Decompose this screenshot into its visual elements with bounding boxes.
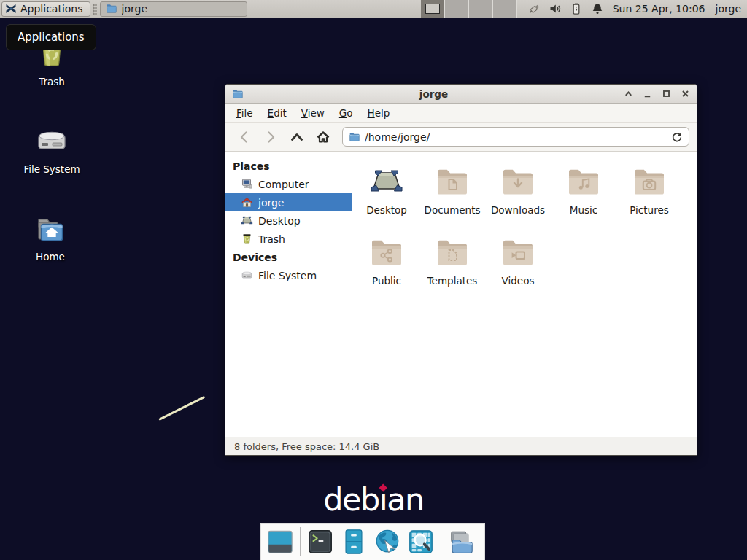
- sidebar-item-desktop[interactable]: Desktop: [225, 211, 352, 230]
- sidebar-header-places: Places: [225, 157, 352, 175]
- toolbar: [225, 122, 697, 152]
- window-folder-icon: [232, 88, 244, 100]
- file-item-label: Public: [372, 275, 401, 287]
- home-folder-icon: [33, 211, 68, 246]
- file-item-music[interactable]: Music: [551, 158, 616, 228]
- home-button[interactable]: [311, 127, 335, 147]
- top-panel: Applications jorge Sun 25 Apr, 10:06 jor…: [0, 0, 747, 18]
- location-bar: [342, 127, 689, 147]
- pictures-folder-icon: [632, 164, 667, 199]
- sidebar-item-trash[interactable]: Trash: [225, 230, 352, 248]
- sidebar: PlacesComputerjorgeDesktopTrashDevicesFi…: [225, 152, 352, 437]
- dock-panel: [260, 523, 485, 560]
- up-button[interactable]: [285, 127, 309, 147]
- file-item-desktop[interactable]: Desktop: [354, 158, 419, 228]
- menu-file[interactable]: File: [229, 105, 260, 121]
- documents-folder-icon: [435, 164, 470, 199]
- up-icon: [290, 130, 304, 144]
- cursor-trail-line: [158, 396, 205, 421]
- sidebar-item-computer[interactable]: Computer: [225, 175, 352, 193]
- dock-show-desktop-icon[interactable]: [266, 528, 294, 556]
- sidebar-header-devices: Devices: [225, 248, 352, 266]
- home-icon: [241, 196, 253, 209]
- menu-edit[interactable]: Edit: [260, 105, 294, 121]
- menubar: FileEditViewGoHelp: [225, 104, 697, 122]
- dock-directory-menu-icon[interactable]: [447, 528, 475, 556]
- menu-view[interactable]: View: [294, 105, 332, 121]
- downloads-folder-icon: [500, 164, 535, 199]
- file-item-label: Videos: [502, 275, 535, 287]
- applications-label: Applications: [20, 3, 83, 15]
- back-icon: [237, 130, 252, 144]
- file-item-label: Desktop: [366, 204, 407, 216]
- file-item-videos[interactable]: Videos: [485, 228, 551, 299]
- workspace-4[interactable]: [493, 0, 517, 18]
- file-item-label: Downloads: [491, 204, 545, 216]
- templates-folder-icon: [435, 235, 470, 270]
- panel-clock[interactable]: Sun 25 Apr, 10:06: [613, 3, 705, 15]
- workspace-1[interactable]: [421, 0, 445, 18]
- sidebar-item-jorge[interactable]: jorge: [225, 193, 352, 211]
- trash-icon: [241, 233, 253, 245]
- sidebar-item-file-system[interactable]: File System: [225, 266, 352, 284]
- location-folder-icon: [349, 131, 360, 143]
- dock-web-browser-icon[interactable]: [374, 528, 401, 556]
- file-item-downloads[interactable]: Downloads: [485, 158, 551, 228]
- panel-user-button[interactable]: jorge: [716, 3, 741, 15]
- applications-menu-button[interactable]: Applications: [1, 1, 90, 17]
- back-button[interactable]: [233, 127, 256, 147]
- shade-window-button[interactable]: [624, 89, 633, 98]
- debian-logo: debıan: [323, 481, 424, 518]
- dock-separator: [300, 527, 301, 556]
- window-content: PlacesComputerjorgeDesktopTrashDevicesFi…: [225, 152, 697, 437]
- dock-app-finder-icon[interactable]: [407, 528, 435, 556]
- desktop-icon-label: Home: [19, 251, 82, 262]
- desktop-icon-label: File System: [20, 163, 83, 175]
- dock-file-manager-icon[interactable]: [340, 528, 368, 556]
- close-window-button[interactable]: [681, 89, 690, 98]
- desktop-root: { "panel": { "applications_label": "Appl…: [0, 0, 747, 560]
- dock-separator: [441, 527, 441, 556]
- folder-icon: [106, 3, 117, 15]
- desktop-icon-label: Trash: [20, 76, 83, 88]
- taskbar: jorge: [97, 1, 247, 17]
- maximize-window-button[interactable]: [662, 89, 671, 98]
- filesystem-icon: [241, 269, 253, 281]
- home-toolbar-icon: [316, 130, 330, 144]
- notifications-icon[interactable]: [591, 2, 604, 15]
- window-buttons: [624, 89, 690, 98]
- file-item-label: Templates: [427, 275, 478, 287]
- forward-button[interactable]: [259, 127, 282, 147]
- reload-button[interactable]: [671, 131, 683, 143]
- public-folder-icon: [369, 235, 404, 270]
- menu-help[interactable]: Help: [360, 105, 398, 121]
- desktop-icon-home[interactable]: Home: [19, 211, 82, 262]
- workspace-3[interactable]: [469, 0, 493, 18]
- minimize-window-button[interactable]: [643, 89, 652, 98]
- system-tray: [527, 2, 604, 15]
- forward-icon: [263, 130, 278, 144]
- volume-icon[interactable]: [549, 2, 562, 15]
- workspace-window-preview: [425, 4, 440, 14]
- window-title: jorge: [248, 88, 619, 100]
- file-item-documents[interactable]: Documents: [419, 158, 485, 228]
- file-grid: DesktopDocumentsDownloadsMusicPicturesPu…: [352, 152, 697, 437]
- statusbar: 8 folders, Free space: 14.4 GiB: [225, 437, 697, 455]
- debian-red-diamond: [379, 483, 387, 491]
- dock-terminal-icon[interactable]: [306, 528, 334, 556]
- taskbar-button-jorge[interactable]: jorge: [100, 1, 247, 17]
- file-item-pictures[interactable]: Pictures: [616, 158, 682, 228]
- workspace-2[interactable]: [445, 0, 469, 18]
- computer-icon: [241, 178, 253, 190]
- window-titlebar[interactable]: jorge: [225, 85, 697, 104]
- file-item-public[interactable]: Public: [354, 228, 419, 299]
- network-icon[interactable]: [527, 2, 541, 15]
- location-bar-input[interactable]: [365, 131, 667, 143]
- desktop-icon-file-system[interactable]: File System: [20, 124, 83, 175]
- battery-icon[interactable]: [570, 2, 583, 15]
- file-item-label: Pictures: [630, 204, 668, 216]
- status-text: 8 folders, Free space: 14.4 GiB: [234, 441, 379, 452]
- applications-tooltip: Applications: [6, 24, 96, 50]
- file-item-templates[interactable]: Templates: [419, 228, 485, 299]
- menu-go[interactable]: Go: [332, 105, 360, 121]
